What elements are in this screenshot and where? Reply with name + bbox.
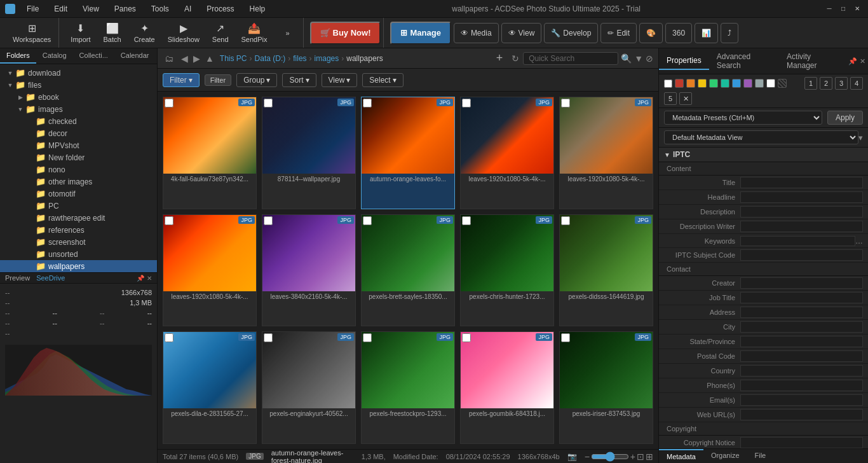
menu-tools[interactable]: Tools — [147, 3, 173, 15]
menu-help[interactable]: Help — [246, 3, 269, 15]
right-pin-button[interactable]: 📌 — [848, 57, 857, 66]
iptc-subject-input[interactable] — [740, 249, 863, 261]
close-button[interactable]: ✕ — [851, 3, 863, 15]
label-green-button[interactable] — [709, 79, 718, 88]
thumb-checkbox-8[interactable] — [462, 216, 471, 225]
batch-button[interactable]: ⬜ Batch — [98, 20, 126, 46]
thumb-checkbox-9[interactable] — [561, 216, 570, 225]
tree-item-unsorted[interactable]: 📁 unsorted — [0, 248, 157, 260]
tree-item-images[interactable]: ▼ 📁 images — [0, 103, 157, 115]
refresh-button[interactable]: ↻ — [512, 53, 519, 64]
label-yellow-button[interactable] — [698, 79, 707, 88]
menu-panes[interactable]: Panes — [111, 3, 140, 15]
360-button[interactable]: 360 — [665, 23, 692, 43]
filter-options-button[interactable]: ⊘ — [646, 53, 653, 64]
thumbnail-item-7[interactable]: JPG pexels-brett-sayles-18350... — [361, 214, 455, 327]
thumbnail-item-3[interactable]: JPG leaves-1920x1080-5k-4k-... — [460, 97, 554, 209]
search-input[interactable] — [523, 52, 618, 65]
thumbnail-item-2[interactable]: JPG autumn-orange-leaves-fo... — [361, 97, 455, 209]
view-button[interactable]: 👁 View — [501, 23, 542, 43]
camera-button[interactable]: 📷 — [567, 452, 577, 461]
iptc-description-input[interactable] — [740, 206, 863, 218]
forward-button[interactable]: ▶ — [191, 53, 202, 64]
bottom-tab-metadata[interactable]: Metadata — [659, 449, 703, 463]
label-purple-button[interactable] — [743, 79, 752, 88]
thumbnail-item-0[interactable]: JPG 4k-fall-6aukw73e87yn342... — [163, 97, 257, 209]
star-5-button[interactable]: 5 — [664, 92, 677, 105]
label-red-button[interactable] — [675, 79, 684, 88]
iptc-title-input[interactable] — [740, 177, 863, 188]
tree-item-wallpapers[interactable]: 📁 wallpapers — [0, 260, 157, 272]
minimize-button[interactable]: ─ — [824, 3, 835, 15]
thumb-checkbox-13[interactable] — [462, 333, 471, 342]
metadata-view-dropdown[interactable]: Default Metadata View — [664, 130, 858, 144]
up-button[interactable]: ▲ — [203, 53, 216, 64]
thumb-checkbox-10[interactable] — [165, 333, 173, 342]
menu-edit[interactable]: Edit — [50, 3, 71, 15]
bc-files[interactable]: files — [293, 54, 306, 63]
iptc-weburl-input[interactable] — [740, 409, 863, 420]
workspaces-button[interactable]: ⊞ Workspaces — [8, 20, 56, 46]
back-button[interactable]: ◀ — [179, 53, 190, 64]
iptc-phone-input[interactable] — [740, 380, 863, 391]
manage-button[interactable]: ⊞ Manage — [390, 22, 451, 45]
thumb-checkbox-3[interactable] — [462, 99, 471, 107]
select-button[interactable]: Select ▾ — [362, 73, 403, 87]
thumbnail-item-5[interactable]: JPG leaves-1920x1080-5k-4k-... — [163, 214, 257, 327]
tree-item-ebook[interactable]: ▶ 📁 ebook — [0, 91, 157, 103]
tree-item-rawtherapee[interactable]: 📁 rawtherapee edit — [0, 212, 157, 224]
tab-calendar[interactable]: Calendar — [114, 48, 156, 64]
label-blue-button[interactable] — [732, 79, 741, 88]
iptc-city-input[interactable] — [740, 321, 863, 333]
thumb-checkbox-14[interactable] — [561, 333, 570, 342]
menu-process[interactable]: Process — [203, 3, 238, 15]
tab-catalog[interactable]: Catalog — [36, 48, 73, 64]
iptc-address-input[interactable] — [740, 307, 863, 318]
add-folder-button[interactable]: + — [494, 52, 506, 65]
thumbnail-item-1[interactable]: JPG 878114--wallpaper.jpg — [262, 97, 356, 209]
edit-button[interactable]: ✏ Edit — [600, 23, 637, 43]
star-4-button[interactable]: 4 — [850, 77, 863, 90]
iptc-headline-input[interactable] — [740, 191, 863, 203]
star-1-button[interactable]: 1 — [804, 77, 817, 90]
tree-item-otomotif[interactable]: 📁 otomotif — [0, 188, 157, 200]
metadata-view-arrow[interactable]: ▾ — [858, 133, 863, 142]
iptc-jobtitle-input[interactable] — [740, 292, 863, 303]
tree-item-nono[interactable]: 📁 nono — [0, 163, 157, 176]
bottom-tab-file[interactable]: File — [747, 449, 774, 463]
slideshow-button[interactable]: ▶ Slideshow — [163, 20, 205, 46]
media-button[interactable]: 👁 Media — [454, 23, 499, 43]
more-button[interactable]: » — [275, 20, 301, 46]
menu-view[interactable]: View — [79, 3, 103, 15]
tree-item-download[interactable]: ▼ 📁 download — [0, 67, 157, 79]
thumb-checkbox-4[interactable] — [561, 99, 570, 107]
tree-item-newfolder[interactable]: 📁 New folder — [0, 151, 157, 163]
fit-button[interactable]: ⊡ — [637, 452, 644, 462]
tree-item-decor[interactable]: 📁 decor — [0, 127, 157, 139]
preview-pin-button[interactable]: 📌 — [137, 275, 144, 282]
bc-datad[interactable]: Data (D:) — [255, 54, 286, 63]
tree-item-mpvshot[interactable]: 📁 MPVshot — [0, 139, 157, 151]
thumbnail-item-13[interactable]: JPG pexels-goumbik-684318.j... — [460, 331, 554, 444]
label-orange-button[interactable] — [686, 79, 695, 88]
filter-button[interactable]: Filter ▾ — [163, 73, 200, 87]
buy-button[interactable]: 🛒 Buy Now! — [310, 22, 381, 45]
import-button[interactable]: ⬇ Import — [65, 20, 95, 46]
iptc-copyright-input[interactable] — [740, 437, 863, 448]
iptc-creator-input[interactable] — [740, 277, 863, 289]
tree-item-screenshot[interactable]: 📁 screenshot — [0, 236, 157, 248]
label-white-button[interactable] — [766, 79, 775, 88]
thumbnail-item-8[interactable]: JPG pexels-chris-hunter-1723... — [460, 214, 554, 327]
share-button[interactable]: ⤴ — [721, 23, 738, 43]
maximize-button[interactable]: □ — [837, 3, 849, 15]
iptc-stateprov-input[interactable] — [740, 336, 863, 347]
tab-activity-manager[interactable]: Activity Manager — [779, 48, 846, 74]
menu-ai[interactable]: AI — [180, 3, 195, 15]
zoom-out-button[interactable]: − — [585, 452, 590, 462]
thumb-checkbox-12[interactable] — [363, 333, 372, 342]
thumbnail-item-9[interactable]: JPG pexels-didsss-1644619.jpg — [559, 214, 653, 327]
tree-item-checked[interactable]: 📁 checked — [0, 115, 157, 127]
tab-folders[interactable]: Folders — [0, 48, 36, 64]
view-button-action[interactable]: View ▾ — [322, 73, 358, 87]
group-button[interactable]: Group ▾ — [236, 73, 277, 87]
